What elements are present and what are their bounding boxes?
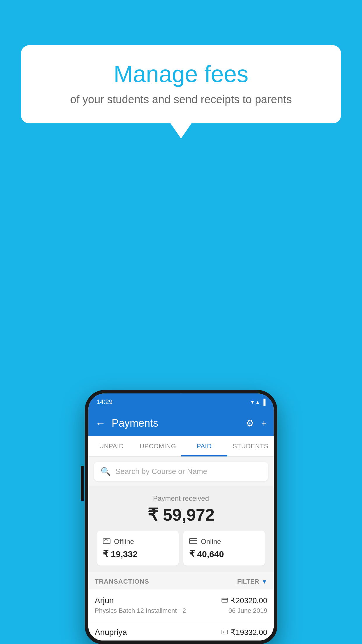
transaction-amount-container: ₹20320.00	[222, 596, 267, 605]
speech-bubble: Manage fees of your students and send re…	[21, 45, 341, 123]
transaction-name: Arjun	[95, 596, 114, 605]
manage-fees-title: Manage fees	[38, 61, 324, 87]
tab-upcoming[interactable]: UPCOMING	[135, 436, 181, 456]
offline-amount: ₹ 19,332	[103, 549, 173, 559]
wifi-icon: ▾	[251, 398, 254, 405]
speech-bubble-container: Manage fees of your students and send re…	[21, 45, 341, 123]
app-bar-icons: ⚙ +	[246, 418, 267, 429]
transaction-amount-container: ₹ ₹19332.00	[222, 628, 267, 637]
svg-rect-4	[222, 599, 228, 600]
tab-unpaid[interactable]: UNPAID	[88, 436, 135, 456]
payment-summary: Payment received ₹ 59,972 Offline	[88, 486, 274, 572]
offline-type-label: Offline	[114, 538, 134, 546]
transaction-payment-icon	[222, 597, 228, 604]
status-time: 14:29	[96, 398, 113, 406]
transaction-row-bottom: Physics Batch 12 Installment - 2 06 June…	[95, 607, 267, 615]
add-icon[interactable]: +	[261, 418, 267, 429]
online-card: Online ₹ 40,640	[183, 531, 265, 566]
search-placeholder-text: Search by Course or Name	[115, 467, 207, 476]
phone-screen: 14:29 ▾ ▴ ▐ ← Payments ⚙ + UNPAID	[88, 393, 274, 640]
tab-paid[interactable]: PAID	[181, 436, 227, 456]
transaction-row-top: Anupriya ₹ ₹19332.00	[95, 628, 267, 637]
transactions-label: TRANSACTIONS	[95, 578, 149, 585]
transaction-amount-value: ₹20320.00	[231, 596, 267, 605]
tab-students[interactable]: STUDENTS	[227, 436, 274, 456]
filter-icon: ▼	[261, 578, 267, 585]
online-payment-icon	[189, 537, 197, 546]
app-bar: ← Payments ⚙ +	[88, 410, 274, 436]
manage-fees-subtitle: of your students and send receipts to pa…	[38, 93, 324, 106]
online-amount: ₹ 40,640	[189, 549, 259, 559]
svg-text:₹: ₹	[223, 631, 224, 634]
transaction-amount-value: ₹19332.00	[231, 628, 267, 637]
filter-button[interactable]: FILTER ▼	[237, 578, 267, 585]
phone-device: 14:29 ▾ ▴ ▐ ← Payments ⚙ + UNPAID	[85, 390, 277, 644]
battery-icon: ▐	[261, 399, 266, 405]
offline-card-header: Offline	[103, 537, 173, 546]
transaction-row-top: Arjun ₹20320.00	[95, 596, 267, 605]
search-bar[interactable]: 🔍 Search by Course or Name	[94, 462, 268, 481]
back-button[interactable]: ←	[95, 417, 106, 429]
transactions-header: TRANSACTIONS FILTER ▼	[88, 572, 274, 589]
app-bar-title: Payments	[112, 417, 240, 429]
transaction-list: Arjun ₹20320.00 Physics	[88, 589, 274, 640]
payment-received-label: Payment received	[94, 494, 268, 503]
online-type-label: Online	[201, 538, 221, 546]
status-bar: 14:29 ▾ ▴ ▐	[88, 393, 274, 410]
search-icon: 🔍	[101, 467, 111, 476]
payment-total-amount: ₹ 59,972	[94, 505, 268, 525]
phone-wrapper: 14:29 ▾ ▴ ▐ ← Payments ⚙ + UNPAID	[85, 390, 277, 644]
signal-icon: ▴	[256, 398, 259, 405]
search-container: 🔍 Search by Course or Name	[88, 457, 274, 486]
transaction-row[interactable]: Anupriya ₹ ₹19332.00	[88, 621, 274, 640]
transaction-row[interactable]: Arjun ₹20320.00 Physics	[88, 589, 274, 621]
svg-rect-2	[189, 540, 197, 541]
transaction-course: Physics Batch 12 Installment - 2	[95, 607, 186, 615]
transaction-date: 06 June 2019	[229, 607, 267, 615]
tabs-bar: UNPAID UPCOMING PAID STUDENTS	[88, 436, 274, 457]
filter-text: FILTER	[237, 578, 259, 585]
offline-payment-icon	[103, 537, 110, 546]
payment-cards: Offline ₹ 19,332 Online	[94, 531, 268, 566]
settings-icon[interactable]: ⚙	[246, 418, 254, 429]
transaction-name: Anupriya	[95, 628, 127, 637]
status-icons: ▾ ▴ ▐	[251, 398, 266, 405]
transaction-payment-icon: ₹	[222, 629, 228, 636]
online-card-header: Online	[189, 537, 259, 546]
offline-card: Offline ₹ 19,332	[97, 531, 179, 566]
